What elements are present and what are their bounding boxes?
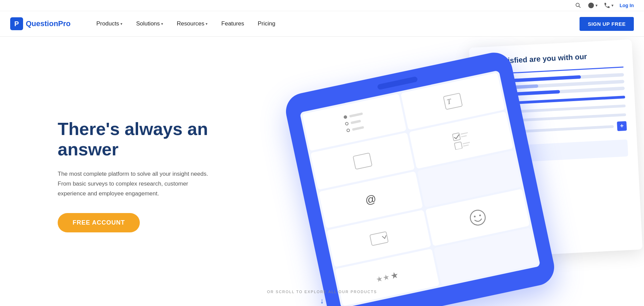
phone-mockup: T <box>283 49 558 306</box>
phone-notch <box>377 76 418 90</box>
top-utility-bar: ▾ ▾ Log In <box>0 0 644 11</box>
search-icon[interactable] <box>575 2 582 9</box>
phone-icon[interactable]: ▾ <box>604 2 613 9</box>
nav-products[interactable]: Products ▾ <box>91 18 128 30</box>
svg-rect-7 <box>353 153 372 169</box>
svg-point-17 <box>479 214 481 216</box>
resources-chevron: ▾ <box>206 22 208 26</box>
hero-title: There's always an answer <box>58 119 210 160</box>
nav-features[interactable]: Features <box>216 18 249 30</box>
svg-point-16 <box>474 215 476 217</box>
svg-line-9 <box>461 133 467 134</box>
nav-solutions[interactable]: Solutions ▾ <box>131 18 169 30</box>
scroll-arrow: ↓ <box>320 297 324 305</box>
svg-line-1 <box>579 6 581 8</box>
svg-line-10 <box>461 136 466 137</box>
svg-line-12 <box>463 142 469 144</box>
logo-icon: P <box>10 17 23 30</box>
svg-line-13 <box>463 145 468 146</box>
survey-plus-btn: + <box>617 121 627 131</box>
hero-illustration: How satisfied are you with our <box>305 43 637 306</box>
hero-content: There's always an answer The most comple… <box>0 119 210 232</box>
nav-resources[interactable]: Resources ▾ <box>171 18 213 30</box>
logo-text: QuestionPro <box>26 19 71 28</box>
solutions-chevron: ▾ <box>161 22 163 26</box>
globe-icon[interactable]: ▾ <box>588 2 598 9</box>
login-link[interactable]: Log In <box>620 3 634 8</box>
scroll-prompt: OR SCROLL TO EXPLORE ALL OUR PRODUCTS ↓ <box>267 290 377 305</box>
svg-text:T: T <box>446 97 453 106</box>
svg-point-15 <box>469 209 486 226</box>
nav-links: Products ▾ Solutions ▾ Resources ▾ Featu… <box>91 18 580 30</box>
logo[interactable]: P QuestionPro <box>10 17 71 30</box>
main-navbar: P QuestionPro Products ▾ Solutions ▾ Res… <box>0 11 644 37</box>
svg-rect-11 <box>454 142 462 150</box>
svg-point-0 <box>576 3 579 6</box>
signup-button[interactable]: SIGN UP FREE <box>580 17 634 31</box>
scroll-text: OR SCROLL TO EXPLORE ALL OUR PRODUCTS <box>267 290 377 294</box>
svg-rect-5 <box>443 93 462 109</box>
hero-subtitle: The most complete platform to solve all … <box>58 169 210 199</box>
nav-pricing[interactable]: Pricing <box>252 18 281 30</box>
phone-screen: T <box>300 70 541 306</box>
free-account-button[interactable]: FREE ACCOUNT <box>58 213 140 232</box>
hero-section: There's always an answer The most comple… <box>0 37 644 306</box>
svg-rect-14 <box>370 231 389 245</box>
svg-rect-8 <box>452 133 460 141</box>
products-chevron: ▾ <box>120 22 122 26</box>
